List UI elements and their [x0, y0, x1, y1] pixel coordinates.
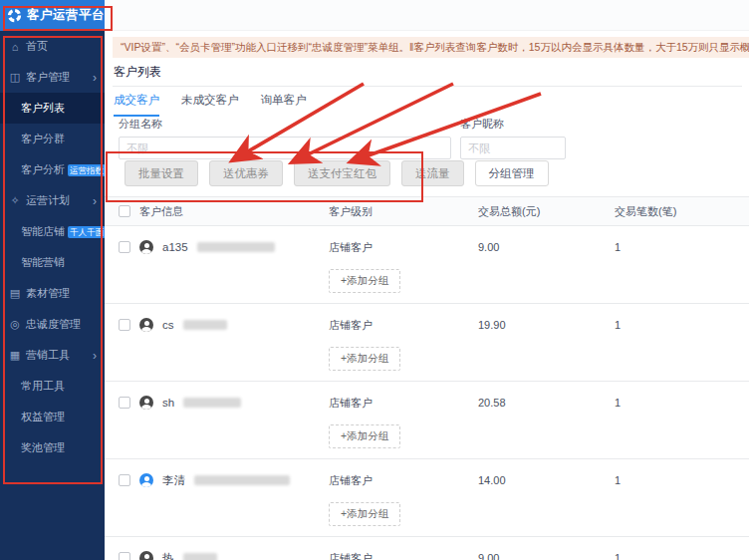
sidebar-item-素材管理[interactable]: ▤ 素材管理 — [0, 278, 105, 309]
customer-info-cell: sh — [119, 396, 329, 410]
nickname-input[interactable] — [460, 137, 566, 159]
sidebar-item-首页[interactable]: ⌂ 首页 — [0, 31, 105, 62]
app-title: 客户运营平台 — [27, 7, 105, 24]
sidebar-item-label: 客户管理 — [26, 70, 70, 85]
row-checkbox[interactable] — [119, 474, 130, 486]
add-group-button[interactable]: +添加分组 — [329, 269, 400, 293]
row-checkbox[interactable] — [119, 397, 130, 409]
top-header-strip — [105, 0, 749, 31]
transaction-count: 1 — [615, 319, 749, 331]
button-分组管理[interactable]: 分组管理 — [475, 160, 549, 186]
sidebar-item-label: 素材管理 — [26, 286, 70, 301]
home-icon: ⌂ — [8, 41, 22, 53]
button-送优惠券[interactable]: 送优惠券 — [209, 160, 283, 186]
header-transaction-count: 交易笔数(笔) — [615, 204, 749, 219]
sidebar: ⌂ 首页 ◫ 客户管理 › 客户列表 客户分群 客户分析 运营指数 ✧ 运营计划… — [0, 31, 105, 560]
tools-icon: ▦ — [8, 349, 22, 362]
sidebar-item-客户管理[interactable]: ◫ 客户管理 › — [0, 62, 105, 93]
add-group-button[interactable]: +添加分组 — [329, 347, 400, 371]
customer-name: sh — [162, 397, 174, 409]
sidebar-item-客户分析[interactable]: 客户分析 运营指数 — [0, 154, 105, 185]
sidebar-item-label: 智能营销 — [21, 255, 65, 270]
sidebar-item-权益管理[interactable]: 权益管理 — [0, 402, 105, 432]
sidebar-item-label: 首页 — [26, 39, 48, 54]
tab-成交客户[interactable]: 成交客户 — [114, 93, 159, 117]
sidebar-badge: 运营指数 — [68, 164, 106, 176]
sidebar-item-label: 客户分析 — [21, 162, 65, 177]
select-all-checkbox[interactable] — [119, 205, 130, 217]
sidebar-item-label: 权益管理 — [21, 410, 65, 424]
customer-info-cell: cs — [119, 318, 329, 332]
customer-level: 店铺客户 — [329, 473, 478, 488]
table-row: 李清 店铺客户 14.00 1 +添加分组 — [105, 459, 749, 537]
filter-group-name: 分组名称 — [119, 117, 451, 159]
sidebar-item-奖池管理[interactable]: 奖池管理 — [0, 432, 105, 463]
total-amount: 14.00 — [478, 474, 615, 486]
main-content: “VIP设置”、“会员卡管理”功能入口迁移到“忠诚度管理”菜单组。‖客户列表查询… — [105, 31, 749, 560]
page-title: 客户列表 — [114, 64, 161, 81]
transaction-count: 1 — [615, 552, 749, 560]
add-group-button[interactable]: +添加分组 — [329, 424, 400, 448]
sidebar-item-营销工具[interactable]: ▦ 营销工具 › — [0, 340, 105, 371]
sidebar-item-label: 常用工具 — [21, 379, 65, 394]
customer-name: 热 — [162, 551, 174, 560]
sidebar-item-label: 营销工具 — [26, 348, 70, 363]
sidebar-item-label: 奖池管理 — [21, 440, 65, 455]
button-批量设置[interactable]: 批量设置 — [125, 160, 198, 186]
header-customer-info: 客户信息 — [119, 204, 329, 219]
sidebar-item-label: 客户列表 — [21, 101, 65, 116]
button-送支付宝红包[interactable]: 送支付宝红包 — [294, 160, 390, 186]
sidebar-item-客户列表[interactable]: 客户列表 — [0, 93, 105, 124]
masked-text — [183, 553, 217, 560]
avatar — [139, 240, 153, 254]
masked-text — [183, 398, 241, 408]
total-amount: 9.00 — [478, 552, 615, 560]
customer-info-cell: 热 — [119, 551, 329, 560]
table-row: 热 店铺客户 9.00 1 +添加分组 — [105, 537, 749, 560]
masked-text — [194, 475, 290, 485]
customer-name: 李清 — [162, 473, 185, 488]
notice-bar: “VIP设置”、“会员卡管理”功能入口迁移到“忠诚度管理”菜单组。‖客户列表查询… — [113, 37, 749, 58]
customer-name: cs — [162, 319, 174, 331]
add-group-button[interactable]: +添加分组 — [329, 502, 400, 526]
avatar — [139, 396, 153, 410]
customer-level: 店铺客户 — [329, 396, 478, 411]
customer-level: 店铺客户 — [329, 318, 478, 333]
sidebar-item-智能营销[interactable]: 智能营销 — [0, 247, 105, 278]
row-checkbox[interactable] — [119, 241, 130, 253]
avatar — [139, 318, 153, 332]
row-checkbox[interactable] — [119, 319, 130, 331]
divider — [113, 86, 742, 87]
app-logo-bar[interactable]: 客户运营平台 — [0, 0, 105, 31]
material-icon: ▤ — [8, 287, 22, 300]
chevron-right-icon: › — [93, 71, 97, 85]
bulk-action-toolbar: 批量设置 送优惠券 送支付宝红包 送流量 分组管理 — [125, 160, 549, 186]
chevron-right-icon: › — [93, 349, 97, 363]
header-customer-level: 客户级别 — [329, 204, 478, 219]
sidebar-item-运营计划[interactable]: ✧ 运营计划 › — [0, 185, 105, 216]
sidebar-item-label: 客户分群 — [21, 132, 65, 146]
customer-table: 客户信息 客户级别 交易总额(元) 交易笔数(笔) a135 店铺客户 9.00… — [105, 196, 749, 560]
avatar — [139, 551, 153, 560]
tab-询单客户[interactable]: 询单客户 — [261, 93, 307, 117]
plan-icon: ✧ — [8, 194, 22, 207]
tab-未成交客户[interactable]: 未成交客户 — [181, 93, 239, 117]
table-row: sh 店铺客户 20.58 1 +添加分组 — [105, 382, 749, 459]
group-name-label: 分组名称 — [119, 117, 451, 132]
masked-text — [197, 242, 275, 252]
row-checkbox[interactable] — [119, 552, 130, 560]
sidebar-item-智能店铺[interactable]: 智能店铺 千人千面 — [0, 216, 105, 247]
group-name-input[interactable] — [119, 137, 451, 159]
sidebar-item-忠诚度管理[interactable]: ◎ 忠诚度管理 — [0, 309, 105, 340]
button-送流量[interactable]: 送流量 — [401, 160, 464, 186]
sidebar-item-客户分群[interactable]: 客户分群 — [0, 124, 105, 154]
transaction-count: 1 — [615, 241, 749, 253]
total-amount: 19.90 — [478, 319, 615, 331]
sidebar-badge: 千人千面 — [68, 226, 106, 238]
sidebar-item-label: 忠诚度管理 — [26, 317, 81, 332]
customers-icon: ◫ — [8, 71, 22, 84]
total-amount: 20.58 — [478, 397, 615, 409]
sidebar-item-常用工具[interactable]: 常用工具 — [0, 371, 105, 402]
customer-name: a135 — [162, 241, 188, 253]
table-row: a135 店铺客户 9.00 1 +添加分组 — [105, 226, 749, 304]
